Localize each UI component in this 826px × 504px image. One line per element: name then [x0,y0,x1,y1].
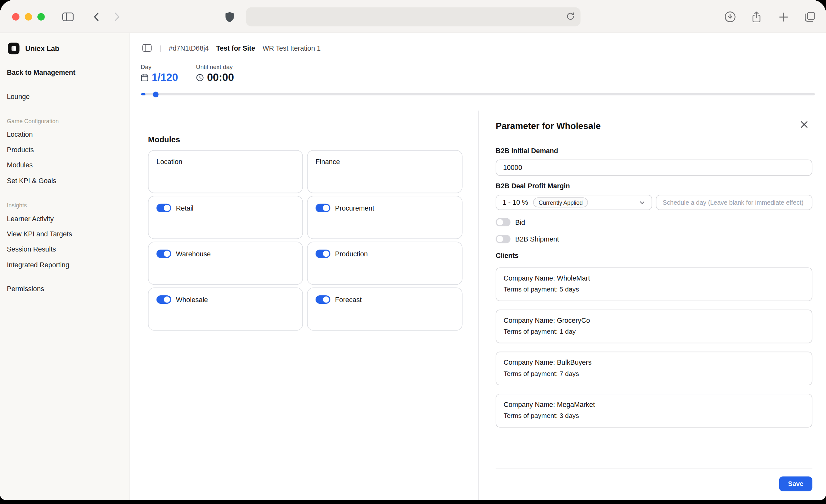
breadcrumb-divider: | [160,44,162,52]
module-card-production: Production [307,242,463,285]
b2b-shipment-toggle[interactable] [495,235,511,243]
screen: Uniex Lab Back to Management Lounge Game… [0,0,826,504]
client-card-bulkbuyers[interactable]: Company Name: BulkBuyers Terms of paymen… [495,352,812,385]
client-terms: Terms of payment: 3 days [504,412,805,420]
module-card-retail: Retail [148,196,303,239]
module-card-location[interactable]: Location [148,150,303,193]
module-label: Location [157,158,182,166]
sidebar-item-learner-activity[interactable]: Learner Activity [7,215,54,223]
reload-icon[interactable] [565,12,576,22]
module-card-wholesale: Wholesale [148,287,303,330]
warehouse-toggle[interactable] [157,250,171,258]
share-icon[interactable] [750,9,763,24]
production-toggle[interactable] [315,250,331,258]
slider-fill [141,93,145,96]
sidebar-item-modules[interactable]: Modules [7,161,33,169]
procurement-toggle[interactable] [315,204,331,212]
panel-toggle-icon[interactable] [142,43,152,53]
sidebar-item-location[interactable]: Location [7,131,33,138]
module-label: Production [335,250,367,258]
module-label: Warehouse [176,250,211,258]
slider-knob[interactable] [153,91,159,97]
b2b-initial-demand-input[interactable] [495,160,812,176]
day-progress-slider[interactable] [141,93,815,96]
module-label: Retail [176,204,193,212]
close-icon[interactable] [798,120,810,131]
main-area: | #d7N1tD68j4 Test for Site WR Test Iter… [130,33,826,500]
client-name: Company Name: BulkBuyers [504,359,805,366]
profit-margin-value: 1 - 10 % [503,199,528,206]
close-window-button[interactable] [12,13,20,21]
wholesale-toggle[interactable] [157,295,171,304]
sidebar-item-integrated-reporting[interactable]: Integrated Reporting [7,261,69,269]
save-button[interactable]: Save [779,477,813,491]
day-value: 1/120 [152,72,178,84]
forecast-toggle[interactable] [315,295,331,304]
client-card-megamarket[interactable]: Company Name: MegaMarket Terms of paymen… [495,394,812,427]
privacy-shield-icon[interactable] [224,11,236,23]
day-label: Day [141,64,151,70]
app-sidebar: Uniex Lab Back to Management Lounge Game… [0,33,130,500]
brand: Uniex Lab [8,43,59,54]
module-card-warehouse: Warehouse [148,242,303,285]
brand-name: Uniex Lab [25,45,59,52]
forward-icon[interactable] [112,12,122,22]
client-card-wholemart[interactable]: Company Name: WholeMart Terms of payment… [495,267,812,301]
panel-footer-divider [495,468,812,469]
module-label: Finance [315,158,340,166]
module-card-forecast: Forecast [307,287,463,330]
browser-window: Uniex Lab Back to Management Lounge Game… [0,0,826,500]
client-name: Company Name: GroceryCo [504,316,805,324]
module-card-procurement: Procurement [307,196,463,239]
module-card-finance[interactable]: Finance [307,150,463,193]
bid-toggle[interactable] [495,218,511,227]
app-content: Uniex Lab Back to Management Lounge Game… [0,33,826,497]
b2b-shipment-label: B2B Shipment [515,235,559,243]
panel-title: Parameter for Wholesale [495,121,600,132]
calendar-icon [141,74,149,81]
new-tab-icon[interactable] [778,11,789,22]
until-next-day-label: Until next day [196,64,233,70]
tab-overview-icon[interactable] [803,11,816,23]
schedule-day-input[interactable] [656,195,813,210]
b2b-initial-demand-label: B2B Initial Demand [495,147,558,155]
day-counter: 1/120 [141,72,178,84]
sidebar-item-session-results[interactable]: Session Results [7,245,56,253]
client-name: Company Name: WholeMart [504,274,805,282]
sidebar-item-lounge[interactable]: Lounge [7,92,30,100]
profit-margin-select[interactable]: 1 - 10 % Currently Applied [495,195,652,210]
bid-toggle-row: Bid [495,218,525,227]
countdown: 00:00 [196,72,234,84]
bid-label: Bid [515,218,525,226]
currently-applied-badge: Currently Applied [533,197,588,207]
chevron-down-icon [639,199,645,206]
fullscreen-window-button[interactable] [38,13,45,21]
downloads-icon[interactable] [724,11,736,23]
sidebar-item-back-to-management[interactable]: Back to Management [7,68,75,76]
browser-sidebar-toggle-icon[interactable] [61,12,74,22]
client-card-groceryco[interactable]: Company Name: GroceryCo Terms of payment… [495,310,812,343]
minimize-window-button[interactable] [25,13,32,21]
countdown-value: 00:00 [207,72,234,84]
client-terms: Terms of payment: 1 day [504,328,805,335]
panel-divider [478,111,479,500]
module-label: Procurement [335,204,374,212]
sidebar-item-set-kpi-goals[interactable]: Set KPI & Goals [7,177,56,185]
sidebar-section-insights: Insights [7,202,27,209]
breadcrumb: | #d7N1tD68j4 Test for Site WR Test Iter… [142,42,321,54]
session-id: #d7N1tD68j4 [169,44,209,52]
sidebar-section-game-configuration: Game Configuration [7,118,59,124]
modules-title: Modules [148,135,180,144]
clients-label: Clients [495,252,519,259]
sidebar-item-products[interactable]: Products [7,146,34,153]
back-icon[interactable] [91,12,100,22]
site-name: Test for Site [216,44,255,52]
retail-toggle[interactable] [157,204,171,212]
sidebar-item-view-kpi-targets[interactable]: View KPI and Targets [7,230,72,238]
b2b-shipment-toggle-row: B2B Shipment [495,235,559,243]
client-terms: Terms of payment: 7 days [504,370,805,378]
sidebar-item-permissions[interactable]: Permissions [7,285,44,293]
address-bar[interactable] [246,7,581,26]
module-label: Wholesale [176,296,208,303]
clock-icon [196,74,203,81]
